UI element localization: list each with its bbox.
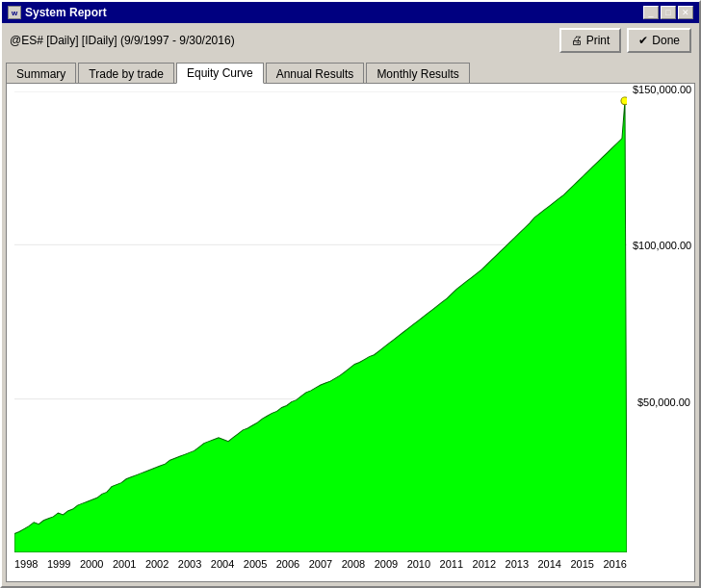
- svg-point-5: [621, 97, 627, 105]
- app-icon: w: [8, 6, 21, 19]
- tab-trade-by-trade[interactable]: Trade by trade: [78, 63, 174, 84]
- done-button[interactable]: ✔ Done: [627, 28, 691, 53]
- tabs-row: Summary Trade by trade Equity Curve Annu…: [2, 58, 699, 83]
- x-label-2001: 2001: [113, 558, 136, 570]
- x-label-2010: 2010: [407, 558, 430, 570]
- minimize-button[interactable]: _: [643, 6, 659, 19]
- main-window: w System Report _ □ ✕ @ES# [Daily] [IDai…: [0, 0, 701, 588]
- title-bar-left: w System Report: [8, 6, 107, 19]
- tab-equity-curve[interactable]: Equity Curve: [176, 63, 264, 84]
- y-label-top: $150,000.00: [633, 84, 690, 95]
- content-area: $150,000.00 $100,000.00 $50,000.00: [6, 83, 695, 582]
- tab-annual-results[interactable]: Annual Results: [266, 63, 365, 84]
- chart-svg-area: [14, 91, 627, 552]
- x-label-2014: 2014: [538, 558, 561, 570]
- x-label-2012: 2012: [473, 558, 496, 570]
- y-axis-labels: $150,000.00 $100,000.00 $50,000.00: [629, 84, 694, 552]
- chart-container: $150,000.00 $100,000.00 $50,000.00: [7, 84, 694, 581]
- x-label-2004: 2004: [211, 558, 234, 570]
- checkmark-icon: ✔: [638, 34, 648, 47]
- x-label-2005: 2005: [244, 558, 267, 570]
- maximize-button[interactable]: □: [661, 6, 676, 19]
- print-label: Print: [586, 34, 610, 47]
- x-label-2006: 2006: [276, 558, 299, 570]
- done-label: Done: [652, 34, 680, 47]
- x-label-2011: 2011: [440, 558, 463, 570]
- equity-chart-svg: [14, 91, 627, 552]
- print-button[interactable]: 🖨 Print: [559, 28, 622, 53]
- x-label-2016: 2016: [603, 558, 626, 570]
- x-label-2002: 2002: [145, 558, 169, 570]
- x-label-2003: 2003: [178, 558, 201, 570]
- toolbar-buttons: 🖨 Print ✔ Done: [559, 28, 691, 53]
- tab-summary[interactable]: Summary: [6, 63, 76, 84]
- svg-marker-4: [14, 101, 627, 552]
- x-label-2015: 2015: [570, 558, 593, 570]
- y-label-low: $50,000.00: [633, 396, 690, 408]
- close-button[interactable]: ✕: [678, 6, 693, 19]
- x-axis-labels: 1998 1999 2000 2001 2002 2003 2004 2005 …: [14, 554, 627, 581]
- y-label-mid: $100,000.00: [633, 240, 690, 251]
- x-label-2000: 2000: [80, 558, 103, 570]
- printer-icon: 🖨: [571, 34, 583, 47]
- x-label-2013: 2013: [506, 558, 529, 570]
- title-controls: _ □ ✕: [643, 6, 693, 19]
- symbol-info: @ES# [Daily] [IDaily] (9/9/1997 - 9/30/2…: [10, 34, 235, 47]
- x-label-1999: 1999: [47, 558, 70, 570]
- title-bar: w System Report _ □ ✕: [2, 2, 699, 23]
- toolbar: @ES# [Daily] [IDaily] (9/9/1997 - 9/30/2…: [2, 23, 699, 58]
- tab-monthly-results[interactable]: Monthly Results: [366, 63, 469, 84]
- window-title: System Report: [25, 6, 107, 19]
- x-label-2009: 2009: [375, 558, 398, 570]
- x-label-1998: 1998: [14, 558, 38, 570]
- x-label-2007: 2007: [309, 558, 332, 570]
- x-label-2008: 2008: [342, 558, 365, 570]
